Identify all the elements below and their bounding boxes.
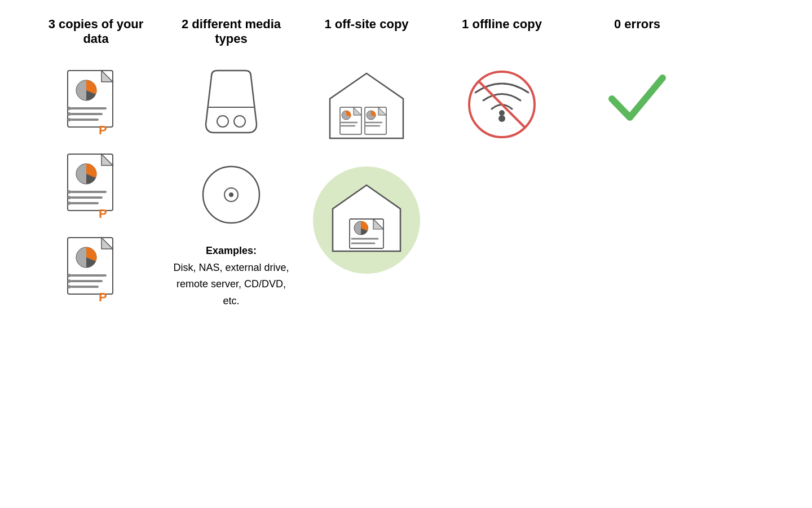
- cd-icon: [200, 164, 262, 226]
- svg-point-17: [68, 196, 71, 199]
- svg-text:P: P: [99, 123, 107, 137]
- svg-point-6: [68, 107, 71, 110]
- offsite-house-icon: [324, 68, 409, 147]
- local-house-icon: [313, 167, 420, 274]
- svg-point-16: [68, 190, 71, 194]
- svg-point-7: [68, 112, 71, 116]
- svg-text:P: P: [99, 207, 107, 221]
- svg-rect-37: [340, 107, 361, 134]
- nas-icon: [197, 68, 265, 147]
- examples-text: Examples: Disk, NAS, external drive, rem…: [169, 243, 293, 310]
- svg-point-53: [498, 115, 505, 122]
- svg-point-30: [217, 116, 228, 127]
- doc-icon-1: P: [65, 68, 127, 141]
- doc-icon-3: P: [65, 235, 127, 308]
- col-header-copies: 3 copies of your data: [48, 14, 144, 54]
- col-header-offline: 1 offline copy: [448, 14, 555, 54]
- svg-point-26: [68, 274, 71, 277]
- column-media: 2 different media types Examples:: [164, 14, 299, 310]
- no-wifi-icon: [465, 68, 539, 141]
- svg-point-27: [68, 279, 71, 283]
- column-errors: 0 errors: [570, 14, 705, 140]
- svg-point-31: [234, 116, 245, 127]
- column-copies: 3 copies of your data: [28, 14, 164, 318]
- svg-point-18: [68, 202, 71, 205]
- column-offline: 1 offline copy: [434, 14, 570, 151]
- col-header-media: 2 different media types: [178, 14, 285, 54]
- col-header-offsite: 1 off-site copy: [313, 14, 420, 54]
- svg-point-8: [68, 118, 71, 121]
- svg-text:P: P: [99, 290, 107, 304]
- svg-point-28: [68, 285, 71, 288]
- checkmark-icon: [606, 68, 668, 130]
- column-offsite: 1 off-site copy: [299, 14, 434, 284]
- col-header-errors: 0 errors: [595, 14, 679, 54]
- svg-rect-42: [365, 107, 386, 134]
- doc-icon-2: P: [65, 151, 127, 225]
- svg-point-35: [229, 192, 233, 197]
